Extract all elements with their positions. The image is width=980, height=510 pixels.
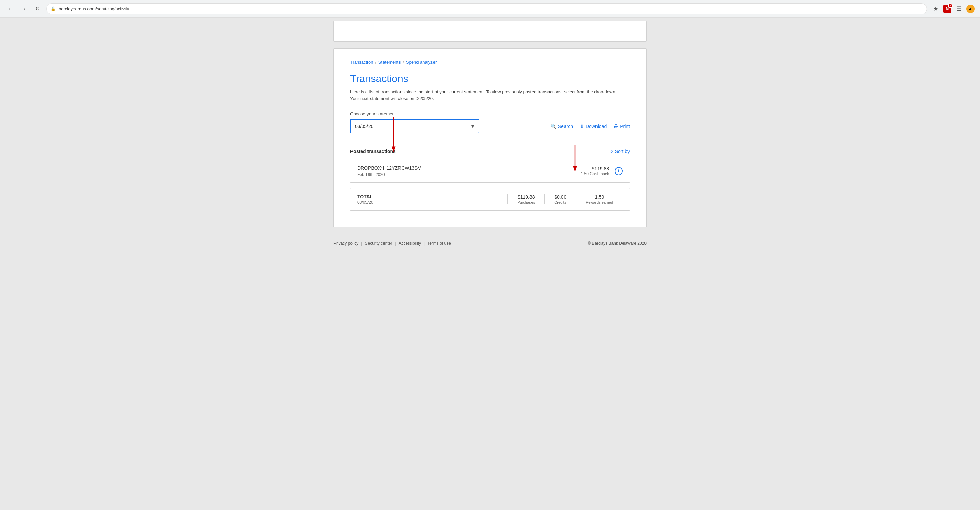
- total-purchases-label: Purchases: [517, 200, 535, 205]
- transaction-details: DROPBOX*H12YZRCW13SV Feb 19th, 2020: [357, 165, 421, 177]
- footer-links: Privacy policy | Security center | Acces…: [334, 241, 646, 246]
- breadcrumb-transaction[interactable]: Transaction: [350, 60, 373, 65]
- browser-actions: ★ M 1 ☰ ●: [931, 4, 975, 14]
- total-credits-label: Credits: [554, 200, 566, 205]
- search-icon: 🔍: [550, 124, 556, 129]
- extension-icon-orange[interactable]: ●: [966, 5, 975, 13]
- page-description: Here is a list of transactions since the…: [350, 89, 622, 102]
- tab-menu-button[interactable]: ☰: [954, 4, 964, 14]
- total-label: TOTAL: [357, 194, 508, 199]
- footer: Privacy policy | Security center | Acces…: [0, 227, 980, 253]
- filter-icon: ◊: [611, 149, 613, 154]
- terms-link[interactable]: Terms of use: [427, 241, 451, 246]
- footer-copyright: © Barclays Bank Delaware 2020: [588, 241, 646, 246]
- forward-button[interactable]: →: [19, 4, 29, 14]
- expand-transaction-button[interactable]: +: [614, 167, 623, 175]
- print-button[interactable]: 🖶 Print: [614, 124, 630, 129]
- total-left: TOTAL 03/05/20: [357, 194, 508, 205]
- total-rewards-label: Rewards earned: [585, 200, 613, 205]
- total-credits-amount: $0.00: [554, 194, 566, 200]
- print-label: Print: [620, 124, 630, 129]
- statement-select-wrapper: 03/05/20 ▼: [350, 119, 479, 133]
- total-credits-col: $0.00 Credits: [545, 194, 576, 205]
- top-card: [334, 21, 646, 41]
- sort-button[interactable]: ◊ Sort by: [611, 149, 630, 154]
- reload-button[interactable]: ↻: [33, 4, 42, 14]
- statement-row: 03/05/20 ▼ 🔍 Search ⇓ Download 🖶: [350, 119, 630, 133]
- statement-label: Choose your statement: [350, 111, 630, 116]
- footer-sep-1: |: [361, 241, 362, 246]
- transaction-date: Feb 19th, 2020: [357, 172, 421, 177]
- transactions-header: Posted transactions ◊ Sort by: [350, 149, 630, 154]
- posted-transactions-label: Posted transactions: [350, 149, 396, 154]
- lock-icon: 🔒: [51, 6, 56, 11]
- total-row: TOTAL 03/05/20 $119.88 Purchases $0.00 C…: [350, 188, 630, 211]
- transaction-right: $119.88 1.50 Cash back +: [581, 166, 623, 176]
- transaction-reward: 1.50 Cash back: [581, 172, 609, 176]
- back-button[interactable]: ←: [5, 4, 15, 14]
- total-purchases-col: $119.88 Purchases: [508, 194, 545, 205]
- breadcrumb-sep-2: /: [403, 60, 404, 65]
- transaction-amount-group: $119.88 1.50 Cash back: [581, 166, 609, 176]
- total-rewards-amount: 1.50: [585, 194, 613, 200]
- breadcrumb-statements[interactable]: Statements: [379, 60, 401, 65]
- main-card: Transaction / Statements / Spend analyze…: [334, 48, 646, 227]
- extension-badge: 1: [948, 3, 953, 8]
- accessibility-link[interactable]: Accessibility: [399, 241, 421, 246]
- total-columns: $119.88 Purchases $0.00 Credits 1.50 Rew…: [508, 194, 623, 205]
- url-text: barclaycardus.com/servicing/activity: [59, 6, 129, 11]
- footer-sep-2: |: [395, 241, 396, 246]
- search-button[interactable]: 🔍 Search: [550, 124, 573, 129]
- transaction-row: DROPBOX*H12YZRCW13SV Feb 19th, 2020 $119…: [350, 160, 630, 183]
- address-bar[interactable]: 🔒 barclaycardus.com/servicing/activity: [46, 3, 927, 14]
- footer-left-links: Privacy policy | Security center | Acces…: [334, 241, 451, 246]
- transaction-name: DROPBOX*H12YZRCW13SV: [357, 165, 421, 171]
- privacy-policy-link[interactable]: Privacy policy: [334, 241, 358, 246]
- security-center-link[interactable]: Security center: [365, 241, 392, 246]
- sort-label: Sort by: [615, 149, 630, 154]
- action-buttons: 🔍 Search ⇓ Download 🖶 Print: [550, 124, 630, 129]
- total-rewards-col: 1.50 Rewards earned: [576, 194, 623, 205]
- star-button[interactable]: ★: [931, 4, 940, 14]
- page-title: Transactions: [350, 73, 630, 84]
- download-icon: ⇓: [580, 124, 584, 129]
- breadcrumb-sep-1: /: [375, 60, 376, 65]
- transaction-amount: $119.88: [581, 166, 609, 172]
- statement-section: Choose your statement 03/05/20 ▼ 🔍 Searc…: [350, 111, 630, 133]
- browser-chrome: ← → ↻ 🔒 barclaycardus.com/servicing/acti…: [0, 0, 980, 18]
- total-purchases-amount: $119.88: [517, 194, 535, 200]
- download-button[interactable]: ⇓ Download: [580, 124, 607, 129]
- breadcrumb-spend-analyzer[interactable]: Spend analyzer: [406, 60, 437, 65]
- extension-icon-red[interactable]: M 1: [943, 5, 951, 13]
- download-label: Download: [585, 124, 607, 129]
- search-label: Search: [558, 124, 573, 129]
- print-icon: 🖶: [614, 124, 618, 129]
- page-wrapper: Transaction / Statements / Spend analyze…: [0, 18, 980, 510]
- breadcrumb: Transaction / Statements / Spend analyze…: [350, 60, 630, 65]
- total-date: 03/05/20: [357, 200, 508, 205]
- divider-1: [350, 141, 630, 142]
- footer-sep-3: |: [424, 241, 425, 246]
- statement-select[interactable]: 03/05/20: [350, 119, 479, 133]
